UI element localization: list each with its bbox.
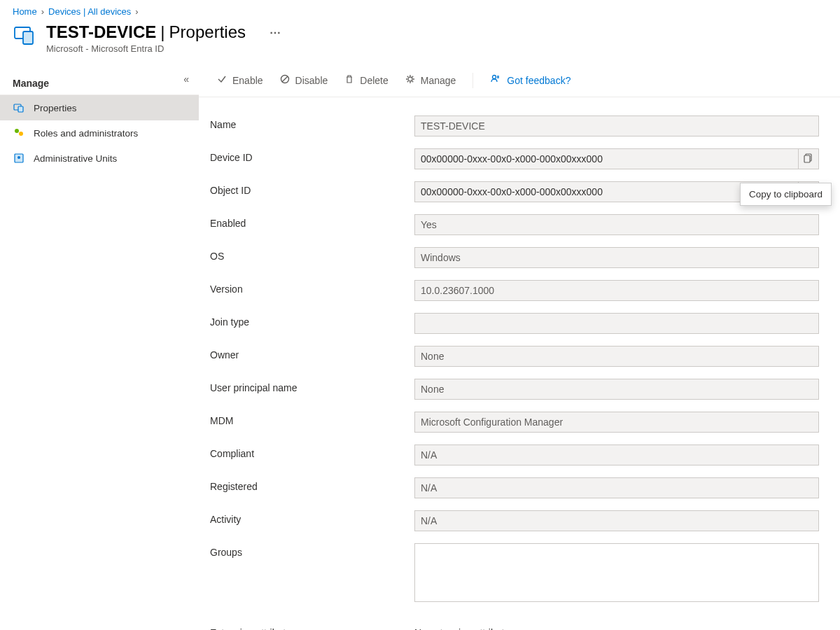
row-upn: User principal name — [210, 379, 819, 400]
label-registered: Registered — [210, 477, 414, 492]
page-title: TEST-DEVICE | Properties ⋯ — [46, 22, 282, 42]
row-activity: Activity — [210, 510, 819, 531]
sidebar-item-label: Roles and administrators — [34, 128, 138, 139]
feedback-button[interactable]: Got feedback? — [483, 69, 578, 91]
input-name[interactable] — [414, 115, 819, 136]
breadcrumb: Home › Devices | All devices › — [0, 0, 840, 18]
delete-button[interactable]: Delete — [337, 70, 395, 90]
row-version: Version — [210, 280, 819, 301]
label-ext-attrs: Extension attributes — [210, 624, 414, 630]
chevron-right-icon: › — [41, 6, 44, 17]
row-ext-attrs: Extension attributes No extension attrib… — [210, 624, 819, 630]
toolbar: Enable Disable Delete Manage — [199, 64, 840, 97]
sidebar-item-properties[interactable]: Properties — [0, 95, 199, 120]
svg-point-5 — [19, 132, 23, 136]
input-groups[interactable] — [414, 543, 819, 602]
disable-button[interactable]: Disable — [273, 70, 335, 90]
row-join-type: Join type — [210, 313, 819, 334]
label-enabled: Enabled — [210, 214, 414, 229]
svg-point-7 — [18, 156, 20, 159]
row-registered: Registered — [210, 477, 819, 498]
sidebar-item-admin-units[interactable]: Administrative Units — [0, 146, 199, 171]
label-owner: Owner — [210, 346, 414, 360]
input-os[interactable] — [414, 247, 819, 268]
feedback-label: Got feedback? — [507, 75, 570, 86]
page-title-sep: | — [160, 22, 164, 42]
page-subtitle: Microsoft - Microsoft Entra ID — [46, 43, 282, 54]
sidebar: « Manage Properties Roles and administra… — [0, 64, 199, 624]
row-owner: Owner — [210, 346, 819, 367]
label-mdm: MDM — [210, 412, 414, 426]
input-mdm[interactable] — [414, 412, 819, 433]
input-version[interactable] — [414, 280, 819, 301]
copy-icon — [804, 153, 813, 165]
enable-button[interactable]: Enable — [210, 70, 270, 90]
row-compliant: Compliant — [210, 444, 819, 465]
svg-rect-21 — [804, 155, 810, 162]
input-owner[interactable] — [414, 346, 819, 367]
svg-line-9 — [282, 76, 288, 82]
page-header: TEST-DEVICE | Properties ⋯ Microsoft - M… — [0, 18, 840, 64]
manage-button[interactable]: Manage — [398, 70, 463, 90]
manage-label: Manage — [421, 75, 456, 86]
roles-icon — [13, 127, 25, 139]
svg-line-17 — [407, 81, 408, 82]
svg-rect-1 — [23, 31, 33, 44]
delete-label: Delete — [360, 75, 388, 86]
row-mdm: MDM — [210, 412, 819, 433]
trash-icon — [344, 74, 354, 86]
svg-point-4 — [15, 129, 19, 133]
input-upn[interactable] — [414, 379, 819, 400]
row-groups: Groups — [210, 543, 819, 602]
row-enabled: Enabled — [210, 214, 819, 235]
sidebar-item-label: Properties — [34, 103, 77, 113]
sidebar-item-label: Administrative Units — [34, 153, 117, 164]
input-join-type[interactable] — [414, 313, 819, 334]
input-compliant[interactable] — [414, 444, 819, 465]
svg-line-16 — [412, 81, 413, 82]
toolbar-separator — [472, 73, 473, 88]
label-compliant: Compliant — [210, 444, 414, 459]
input-activity[interactable] — [414, 510, 819, 531]
page-title-device: TEST-DEVICE — [46, 22, 156, 42]
copy-tooltip: Copy to clipboard — [740, 183, 832, 206]
input-device-id[interactable] — [414, 148, 798, 169]
sidebar-item-roles[interactable]: Roles and administrators — [0, 120, 199, 146]
svg-line-15 — [407, 76, 408, 77]
label-os: OS — [210, 247, 414, 262]
input-enabled[interactable] — [414, 214, 819, 235]
feedback-icon — [490, 74, 501, 87]
label-device-id: Device ID — [210, 148, 414, 163]
input-registered[interactable] — [414, 477, 819, 498]
collapse-sidebar-button[interactable]: « — [183, 74, 189, 85]
enable-label: Enable — [232, 75, 263, 86]
checkmark-icon — [217, 74, 227, 86]
chevron-right-icon: › — [135, 6, 138, 17]
label-object-id: Object ID — [210, 181, 414, 196]
svg-point-19 — [493, 76, 496, 79]
breadcrumb-home[interactable]: Home — [13, 6, 37, 17]
svg-point-10 — [408, 77, 412, 81]
admin-units-icon — [13, 152, 25, 164]
row-name: Name — [210, 115, 819, 136]
device-properties-icon — [13, 102, 25, 114]
label-name: Name — [210, 115, 414, 130]
svg-line-18 — [412, 76, 413, 77]
more-actions-button[interactable]: ⋯ — [270, 26, 282, 39]
svg-rect-3 — [18, 106, 23, 112]
device-icon — [13, 22, 38, 48]
sidebar-heading: Manage — [0, 71, 199, 95]
row-device-id: Device ID — [210, 148, 819, 169]
breadcrumb-devices[interactable]: Devices | All devices — [48, 6, 131, 17]
disable-icon — [280, 74, 290, 86]
label-join-type: Join type — [210, 313, 414, 328]
label-groups: Groups — [210, 543, 414, 558]
row-os: OS — [210, 247, 819, 268]
label-version: Version — [210, 280, 414, 295]
properties-form: Name Device ID Object ID — [199, 97, 840, 630]
page-title-section: Properties — [169, 22, 246, 42]
copy-device-id-button[interactable] — [798, 148, 819, 169]
row-object-id: Object ID — [210, 181, 819, 202]
gear-icon — [405, 74, 415, 86]
label-upn: User principal name — [210, 379, 414, 393]
